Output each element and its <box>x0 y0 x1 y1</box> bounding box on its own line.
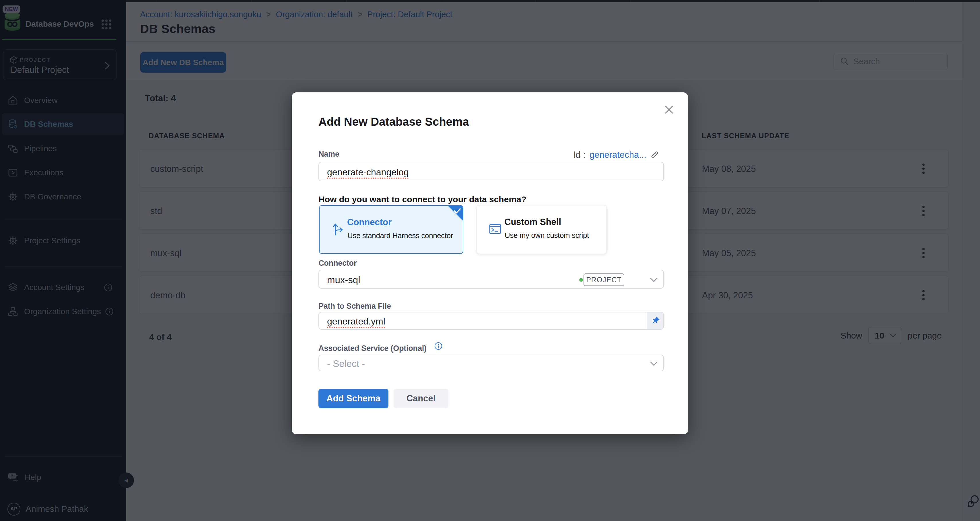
name-label: Name <box>318 150 339 159</box>
pushpin-icon <box>651 316 660 325</box>
connector-select[interactable]: mux-sql PROJECT <box>318 270 664 288</box>
service-placeholder: - Select - <box>327 358 365 369</box>
cancel-button[interactable]: Cancel <box>394 389 449 408</box>
connector-label: Connector <box>318 259 356 268</box>
edit-pencil-icon[interactable] <box>651 151 659 159</box>
path-input[interactable]: generated.yml <box>318 312 664 330</box>
chevron-down-icon <box>650 278 657 282</box>
connector-branch-icon <box>332 222 344 236</box>
modal-title: Add New Database Schema <box>318 115 469 128</box>
option-card-connector[interactable]: Connector Use standard Harness connector <box>319 205 463 254</box>
check-icon <box>453 208 461 214</box>
associated-service-select[interactable]: - Select - <box>318 355 664 371</box>
close-button[interactable] <box>664 104 674 115</box>
associated-service-label: Associated Service (Optional) <box>318 344 426 353</box>
pin-button[interactable] <box>647 312 663 329</box>
option-title: Connector <box>347 217 391 228</box>
scope-status-dot <box>579 278 583 282</box>
path-input-value: generated.yml <box>327 316 385 327</box>
connect-question: How do you want to connect to your data … <box>318 194 527 204</box>
close-icon <box>664 104 674 115</box>
connector-value: mux-sql <box>327 274 360 285</box>
name-input-value: generate-changelog <box>327 167 409 178</box>
add-schema-modal: Add New Database Schema Name Id : genera… <box>292 92 688 434</box>
option-description: Use my own custom script <box>504 231 589 240</box>
id-value-link[interactable]: generatecha... <box>590 150 646 160</box>
scope-badge: PROJECT <box>584 273 624 286</box>
add-schema-button[interactable]: Add Schema <box>318 389 388 408</box>
option-description: Use standard Harness connector <box>347 231 453 240</box>
info-icon[interactable] <box>434 342 442 350</box>
chevron-down-icon <box>650 362 657 366</box>
name-input[interactable]: generate-changelog <box>318 162 664 181</box>
id-row: Id : generatecha... <box>573 150 659 160</box>
terminal-icon <box>489 223 501 235</box>
path-label: Path to Schema File <box>318 302 391 311</box>
option-card-custom-shell[interactable]: Custom Shell Use my own custom script <box>477 205 607 254</box>
id-prefix: Id : <box>573 150 585 160</box>
option-title: Custom Shell <box>504 217 561 227</box>
